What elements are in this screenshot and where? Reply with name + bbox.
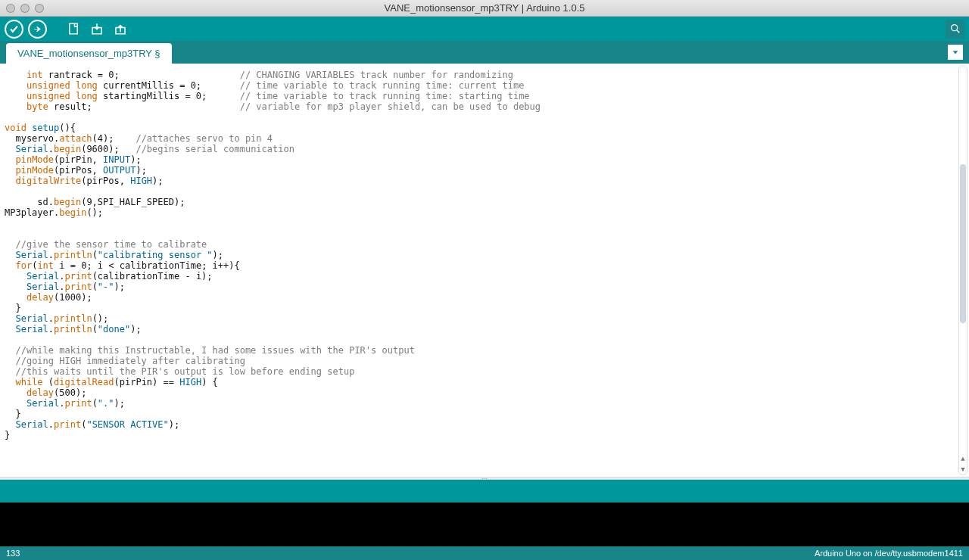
save-button[interactable]	[111, 20, 129, 39]
status-line-number: 133	[6, 549, 20, 558]
scrollbar-thumb[interactable]	[960, 164, 966, 323]
tab-sketch[interactable]: VANE_motionsensor_mp3TRY §	[6, 43, 172, 64]
editor-scrollbar[interactable]	[958, 65, 967, 475]
serial-monitor-button[interactable]	[946, 20, 964, 39]
code-editor[interactable]: int rantrack = 0; // CHANGING VARIABLES …	[0, 64, 969, 477]
minimize-dot[interactable]	[20, 4, 30, 13]
tab-menu-button[interactable]	[948, 45, 963, 60]
new-button[interactable]	[64, 20, 83, 39]
svg-point-3	[951, 25, 957, 31]
tab-label: VANE_motionsensor_mp3TRY §	[17, 48, 160, 59]
status-board: Arduino Uno on /dev/tty.usbmodem1411	[815, 549, 963, 558]
tab-strip: VANE_motionsensor_mp3TRY §	[0, 41, 969, 64]
scroll-arrows[interactable]: ▲▼	[958, 454, 967, 475]
svg-rect-0	[69, 23, 77, 34]
code-content: int rantrack = 0; // CHANGING VARIABLES …	[5, 70, 964, 440]
message-bar	[0, 480, 969, 502]
verify-button[interactable]	[5, 20, 23, 39]
window-title: VANE_motionsensor_mp3TRY | Arduino 1.0.5	[0, 2, 969, 14]
status-bar: 133 Arduino Uno on /dev/tty.usbmodem1411	[0, 546, 969, 560]
open-button[interactable]	[87, 20, 106, 39]
window-controls	[6, 4, 44, 13]
upload-button[interactable]	[28, 20, 47, 39]
zoom-dot[interactable]	[35, 4, 44, 13]
close-dot[interactable]	[6, 4, 15, 13]
titlebar: VANE_motionsensor_mp3TRY | Arduino 1.0.5	[0, 0, 969, 17]
toolbar	[0, 17, 969, 41]
console-output	[0, 502, 969, 546]
